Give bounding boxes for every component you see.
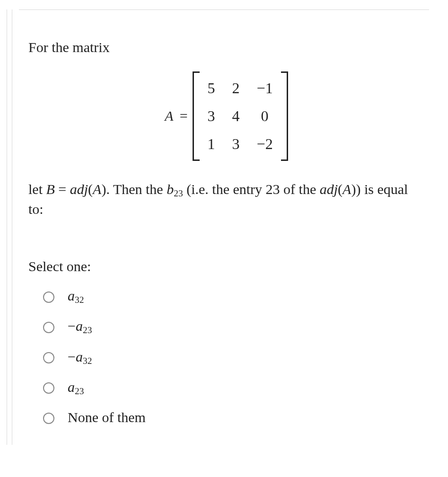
question-card: For the matrix A = 5 2 −1 3 [0,0,448,477]
options-list: a32 −a23 −a32 a23 [28,286,424,427]
option-label: −a23 [68,317,92,336]
option-label: a32 [68,286,84,306]
equals-sign: = [180,108,188,124]
radio-input[interactable] [43,382,54,394]
radio-input[interactable] [43,292,54,303]
matrix-row: 5 2 −1 [199,74,281,102]
question-intro: For the matrix [28,38,424,57]
matrix-cell: 3 [224,130,248,158]
left-divider [7,9,12,445]
matrix-cell: −1 [248,74,281,102]
radio-input[interactable] [43,352,54,363]
matrix-cell: 5 [199,74,224,102]
top-divider [19,9,429,10]
question-content: For the matrix A = 5 2 −1 3 [19,19,429,442]
matrix-equation: A = 5 2 −1 3 4 0 [28,71,424,161]
matrix-cell: −2 [248,130,281,158]
matrix-name: A [165,108,173,124]
option-neg-a32[interactable]: −a32 [41,347,424,367]
option-label: −a32 [68,347,92,367]
matrix-brackets: 5 2 −1 3 4 0 1 3 −2 [193,71,288,161]
select-one-label: Select one: [28,257,424,276]
radio-input[interactable] [43,413,54,424]
question-body: let B = adj(A). Then the b23 (i.e. the e… [28,180,424,219]
option-label: None of them [68,408,146,427]
matrix-cell: 3 [199,102,224,130]
option-none[interactable]: None of them [41,408,424,427]
matrix-cell: 2 [224,74,248,102]
matrix-cell: 0 [248,102,281,130]
option-neg-a23[interactable]: −a23 [41,317,424,336]
matrix-row: 1 3 −2 [199,130,281,158]
option-label: a23 [68,378,84,398]
option-a23[interactable]: a23 [41,378,424,398]
matrix-cell: 1 [199,130,224,158]
option-a32[interactable]: a32 [41,286,424,306]
matrix-row: 3 4 0 [199,102,281,130]
radio-input[interactable] [43,322,54,333]
matrix-cell: 4 [224,102,248,130]
matrix-table: 5 2 −1 3 4 0 1 3 −2 [199,74,281,159]
